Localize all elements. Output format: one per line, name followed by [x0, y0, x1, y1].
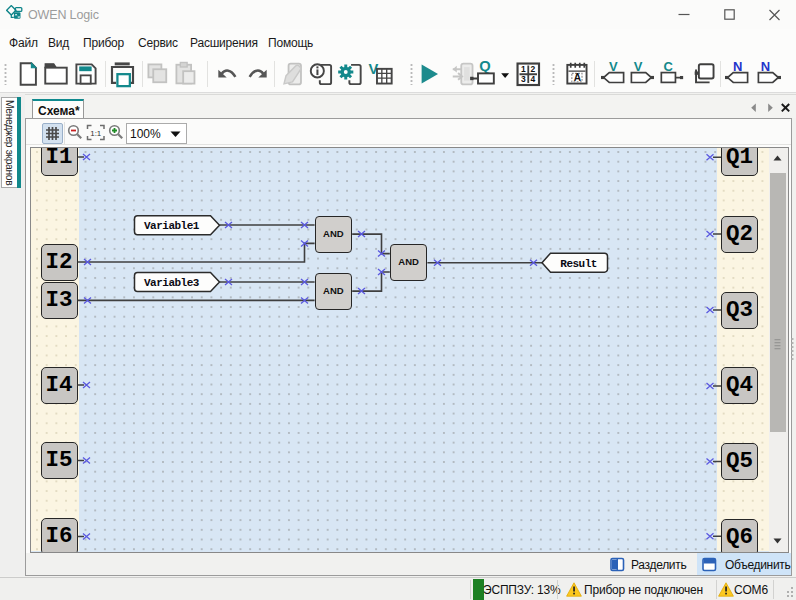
svg-text:N: N	[761, 59, 770, 73]
svg-text:V: V	[609, 59, 618, 73]
svg-text:3: 3	[521, 74, 526, 84]
svg-text:Result: Result	[560, 258, 597, 270]
svg-text:1:1: 1:1	[90, 129, 102, 138]
svg-text:Variable1: Variable1	[144, 220, 200, 232]
svg-text:N: N	[733, 59, 742, 73]
svg-text:4: 4	[531, 74, 536, 84]
svg-text:V: V	[634, 59, 643, 73]
svg-text:1: 1	[521, 64, 526, 74]
svg-text:C: C	[664, 59, 674, 73]
svg-text:A: A	[574, 72, 582, 83]
svg-text:2: 2	[531, 64, 536, 74]
svg-text:Q: Q	[479, 59, 490, 74]
svg-text:Variable3: Variable3	[144, 277, 200, 289]
